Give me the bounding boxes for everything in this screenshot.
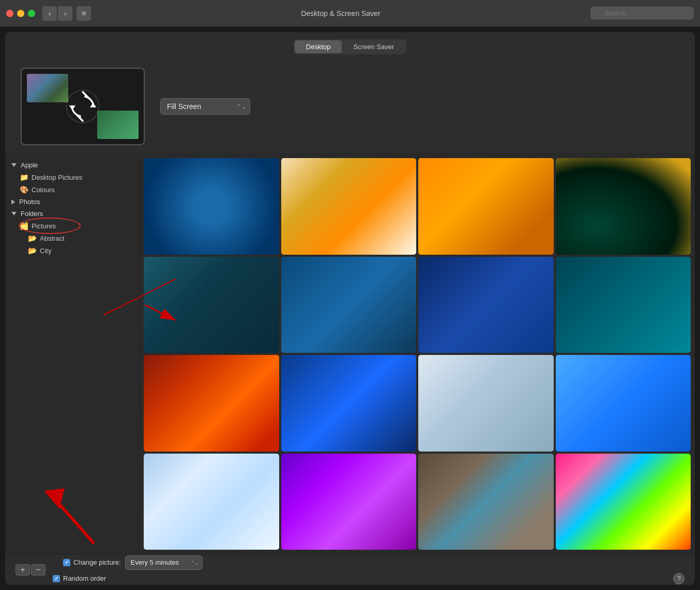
bottom-bar: + − Change picture: Every 5 minutes Ever… xyxy=(5,554,695,585)
preview-rotate-icon xyxy=(65,88,101,125)
city-folder-icon: 📂 xyxy=(28,246,37,255)
sidebar-city-label: City xyxy=(40,247,51,255)
wallpaper-thumb-15[interactable] xyxy=(418,454,554,550)
wallpaper-thumb-8[interactable] xyxy=(556,257,691,353)
change-picture-group: Change picture: Every 5 minutes Every 15… xyxy=(63,555,684,570)
random-order-row: Random order ? xyxy=(53,573,684,584)
sidebar-colours-label: Colours xyxy=(32,186,55,194)
sidebar-pictures-label: Pictures xyxy=(32,222,56,230)
wallpaper-thumb-12[interactable] xyxy=(556,355,691,452)
sidebar-apple-label: Apple xyxy=(21,161,38,169)
interval-dropdown-wrapper: Every 5 minutes Every 15 minutes Every 3… xyxy=(125,555,203,570)
sidebar: Apple 📁 Desktop Pictures 🎨 Colours Photo… xyxy=(5,154,140,554)
svg-marker-2 xyxy=(69,105,75,110)
tabs-bar: Desktop Screen Saver xyxy=(5,32,695,59)
wallpaper-thumb-2[interactable] xyxy=(281,158,417,255)
triangle-right-icon xyxy=(11,199,15,205)
main-content: Desktop Screen Saver xyxy=(5,32,695,585)
folder-blue-icon: 📁 xyxy=(20,173,28,181)
preview-image-bottom-right xyxy=(97,111,139,139)
svg-marker-1 xyxy=(90,103,96,107)
wallpaper-grid xyxy=(140,154,695,554)
preview-section: Fill Screen Fit to Screen Stretch to Fil… xyxy=(5,59,695,153)
abstract-folder-icon: 📂 xyxy=(28,234,37,242)
window-title: Desktop & Screen Saver xyxy=(95,9,586,18)
sidebar-abstract-label: Abstract xyxy=(40,235,65,242)
triangle-down-icon xyxy=(11,163,17,167)
search-wrapper: 🔍 xyxy=(590,7,694,20)
change-picture-checkbox[interactable] xyxy=(63,559,70,566)
tab-group: Desktop Screen Saver xyxy=(294,39,406,54)
titlebar: ‹ › ⊞ Desktop & Screen Saver 🔍 xyxy=(0,0,700,27)
sidebar-item-pictures[interactable]: 🗂️ Pictures xyxy=(5,220,139,232)
grid-view-button[interactable]: ⊞ xyxy=(77,6,91,21)
triangle-down-folders-icon xyxy=(11,212,17,215)
wallpaper-thumb-3[interactable] xyxy=(418,158,554,255)
wallpaper-thumb-6[interactable] xyxy=(281,257,417,353)
preview-box xyxy=(21,68,145,145)
wallpaper-thumb-10[interactable] xyxy=(281,355,417,452)
search-input[interactable] xyxy=(590,7,694,20)
random-order-label: Random order xyxy=(63,575,106,582)
back-button[interactable]: ‹ xyxy=(42,6,57,21)
sidebar-item-apple[interactable]: Apple xyxy=(5,159,139,171)
wallpaper-thumb-4[interactable] xyxy=(556,158,691,255)
sidebar-item-city[interactable]: 📂 City xyxy=(5,244,139,257)
wallpaper-thumb-11[interactable] xyxy=(418,355,554,452)
change-picture-checkbox-label[interactable]: Change picture: xyxy=(63,558,121,566)
fill-screen-dropdown-wrapper: Fill Screen Fit to Screen Stretch to Fil… xyxy=(160,98,250,115)
sidebar-photos-label: Photos xyxy=(19,198,40,206)
sidebar-item-desktop-pictures[interactable]: 📁 Desktop Pictures xyxy=(5,171,139,183)
sidebar-item-abstract[interactable]: 📂 Abstract xyxy=(5,232,139,244)
sidebar-folders-label: Folders xyxy=(21,210,43,218)
traffic-lights xyxy=(6,10,35,17)
tab-desktop[interactable]: Desktop xyxy=(295,40,342,53)
minimize-button[interactable] xyxy=(17,10,24,17)
nav-buttons: ‹ › xyxy=(42,6,72,21)
pictures-folder-icon: 🗂️ xyxy=(20,222,28,230)
wallpaper-thumb-16[interactable] xyxy=(556,454,691,550)
forward-button[interactable]: › xyxy=(58,6,72,21)
interval-select[interactable]: Every 5 minutes Every 15 minutes Every 3… xyxy=(125,555,203,570)
bottom-section: Apple 📁 Desktop Pictures 🎨 Colours Photo… xyxy=(5,153,695,554)
fill-screen-select[interactable]: Fill Screen Fit to Screen Stretch to Fil… xyxy=(160,98,250,115)
help-button[interactable]: ? xyxy=(673,573,684,584)
remove-folder-button[interactable]: − xyxy=(31,564,45,576)
right-side-bottom: Change picture: Every 5 minutes Every 15… xyxy=(53,555,684,584)
wallpaper-thumb-7[interactable] xyxy=(418,257,554,353)
preview-collage xyxy=(22,69,144,144)
preview-image-top-left xyxy=(27,74,68,102)
content-area: Fill Screen Fit to Screen Stretch to Fil… xyxy=(5,59,695,585)
change-picture-label: Change picture: xyxy=(73,558,121,566)
sidebar-item-photos[interactable]: Photos xyxy=(5,196,139,208)
close-button[interactable] xyxy=(6,10,13,17)
wallpaper-thumb-14[interactable] xyxy=(281,454,417,550)
wallpaper-thumb-13[interactable] xyxy=(144,454,279,550)
sidebar-item-colours[interactable]: 🎨 Colours xyxy=(5,183,139,196)
tab-screen-saver[interactable]: Screen Saver xyxy=(342,40,405,53)
random-order-checkbox[interactable] xyxy=(53,575,60,582)
colours-icon: 🎨 xyxy=(20,185,28,194)
random-order-checkbox-label[interactable]: Random order xyxy=(53,575,106,582)
wallpaper-thumb-9[interactable] xyxy=(144,355,279,452)
wallpaper-thumb-1[interactable] xyxy=(144,158,279,255)
sidebar-desktop-pictures-label: Desktop Pictures xyxy=(32,174,82,181)
wallpaper-thumb-5[interactable] xyxy=(144,257,279,353)
sidebar-item-folders[interactable]: Folders xyxy=(5,208,139,220)
add-remove-buttons: + − xyxy=(16,564,45,576)
maximize-button[interactable] xyxy=(28,10,35,17)
add-folder-button[interactable]: + xyxy=(16,564,30,576)
